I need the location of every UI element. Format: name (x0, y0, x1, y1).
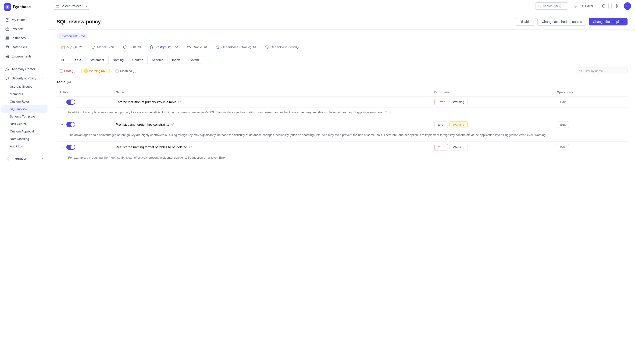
sidebar-subitem-data-masking[interactable]: Data Masking (2, 135, 48, 142)
sidebar-subitem-custom-roles[interactable]: Custom Roles (2, 98, 48, 105)
rule-1-warning-btn[interactable]: Warning (450, 99, 468, 105)
change-resources-button[interactable]: Change attached resources (537, 18, 586, 26)
svg-rect-6 (6, 38, 9, 38)
integration-expand-icon: ▸ (42, 157, 44, 160)
rule-3-ext-link[interactable] (189, 146, 192, 148)
table-row: Prohibit using foreign key constraints E… (56, 119, 628, 130)
rule-1-ext-link[interactable] (178, 101, 181, 103)
sidebar-subitem-members[interactable]: Members (2, 90, 48, 98)
error-checkbox[interactable] (60, 70, 63, 73)
svg-rect-4 (6, 28, 9, 30)
cat-tab-schema[interactable]: Schema (148, 56, 168, 64)
rule-2-ext-link[interactable] (171, 123, 174, 126)
databases-icon (5, 45, 9, 49)
rule-2-error-btn[interactable]: Error (434, 122, 448, 128)
tidb-count: 49 (138, 46, 141, 49)
cat-tab-statement[interactable]: Statement (86, 56, 109, 64)
sidebar-item-instances[interactable]: Instances (2, 34, 48, 42)
warning-checkbox[interactable] (84, 70, 88, 73)
svg-line-16 (7, 159, 8, 159)
cat-tab-index[interactable]: Index (168, 56, 184, 64)
sidebar-item-projects[interactable]: Projects (2, 24, 48, 34)
rule-2-toggle[interactable] (66, 122, 75, 127)
disabled-checkbox[interactable] (116, 70, 119, 73)
rule-2-warning-btn[interactable]: Warning (450, 122, 468, 128)
rule-2-name-cell: Prohibit using foreign key constraints (113, 119, 432, 130)
rule-1-toggle[interactable] (66, 100, 75, 105)
cat-tab-column[interactable]: Column (128, 56, 148, 64)
rule-1-name: Enforce inclusion of primary key in a ta… (116, 100, 176, 104)
svg-point-29 (216, 46, 220, 49)
sidebar-subitem-users-groups[interactable]: Users & Groups (2, 83, 48, 90)
db-tab-mysql[interactable]: MySQL 73 (56, 42, 87, 52)
rule-1-description: In addition to carry business meaning, p… (56, 108, 628, 119)
rule-3-error-btn[interactable]: Error (434, 144, 448, 150)
nav-divider (0, 62, 49, 63)
cat-tab-system[interactable]: System (184, 56, 203, 64)
svg-rect-5 (6, 37, 9, 38)
cat-tab-table[interactable]: Table (69, 56, 86, 64)
sidebar-item-security-policy[interactable]: Security & Policy ▾ (2, 74, 48, 83)
history-btn[interactable] (599, 2, 608, 9)
sidebar-item-environments[interactable]: Environments (2, 52, 48, 61)
oceanbase-mysql-label: OceanBase (MySQL) (270, 45, 302, 49)
mariadb-count: 52 (111, 46, 114, 49)
sidebar-item-integration[interactable]: Integration ▸ (2, 154, 48, 163)
db-tab-postgresql[interactable]: PostgreSQL 46 (145, 42, 182, 52)
svg-point-19 (539, 5, 541, 7)
avatar[interactable]: AD (624, 2, 631, 10)
settings-btn[interactable] (612, 2, 621, 9)
sidebar-subitem-custom-approval[interactable]: Custom Approval (2, 128, 48, 135)
rule-3-warning-btn[interactable]: Warning (450, 144, 468, 150)
search-box[interactable]: Search ⌘K (535, 2, 568, 10)
filter-error[interactable]: Error (9) (56, 68, 78, 74)
svg-rect-7 (6, 39, 9, 40)
rule-1-edit-btn[interactable]: Edit (557, 99, 569, 105)
rule-1-ops-cell: Edit (554, 96, 628, 108)
col-header-error-level: Error Level (432, 88, 554, 96)
rule-1-expand-btn[interactable] (59, 99, 65, 105)
db-tab-tidb[interactable]: TiDB 49 (119, 42, 145, 52)
oceanbase-mysql-icon (264, 45, 269, 50)
rule-3-expand-btn[interactable] (59, 144, 65, 150)
rule-2-edit-btn[interactable]: Edit (557, 122, 569, 128)
rule-1-error-btn[interactable]: Error (434, 99, 448, 105)
db-tab-oracle[interactable]: Oracle 20 (182, 42, 211, 52)
svg-point-27 (151, 46, 153, 48)
projects-icon (5, 27, 9, 31)
change-template-button[interactable]: Change the template (589, 18, 628, 26)
filter-disabled[interactable]: Disabled (0) (112, 68, 140, 74)
sidebar-item-instances-label: Instances (12, 36, 26, 40)
tidb-icon (123, 45, 128, 50)
rule-2-name: Prohibit using foreign key constraints (116, 123, 169, 126)
sidebar-subitem-audit-log[interactable]: Audit Log (2, 143, 48, 150)
db-tab-oceanbase-oracle[interactable]: OceanBase (Oracle) 18 (211, 42, 260, 52)
oracle-label: Oracle (192, 45, 202, 49)
sidebar-subitem-sql-review[interactable]: SQL Review (2, 105, 48, 112)
disable-button[interactable]: Disable (515, 18, 535, 26)
filter-search-icon (579, 70, 582, 72)
rule-3-toggle[interactable] (66, 144, 75, 150)
rule-1-desc-cell: In addition to carry business meaning, p… (56, 108, 628, 119)
rule-2-expand-btn[interactable] (59, 122, 65, 127)
sidebar-item-my-issues[interactable]: My Issues (2, 16, 48, 24)
project-select[interactable]: Select Project ▾ (53, 2, 90, 10)
svg-point-25 (616, 6, 617, 6)
sidebar-item-databases[interactable]: Databases (2, 43, 48, 52)
rule-3-level-cell: Error Warning (432, 142, 554, 153)
filter-input[interactable]: Filter by name (576, 68, 628, 74)
db-tab-oceanbase-mysql[interactable]: OceanBase (MySQL) (260, 42, 306, 52)
cat-tab-naming[interactable]: Naming (109, 56, 128, 64)
sidebar-item-anomaly-label: Anomaly Center (12, 67, 35, 71)
db-tab-mariadb[interactable]: MariaDB 52 (87, 42, 119, 52)
postgresql-count: 46 (174, 46, 178, 49)
sidebar-subitem-schema-template[interactable]: Schema Template (2, 113, 48, 120)
cat-tab-all[interactable]: All (57, 56, 69, 64)
rule-3-edit-btn[interactable]: Edit (557, 144, 569, 150)
postgresql-icon (149, 45, 154, 50)
sidebar-subitem-risk-center[interactable]: Risk Center (2, 120, 48, 128)
sidebar-item-anomaly-center[interactable]: Anomaly Center (2, 65, 48, 74)
sql-editor-btn[interactable]: SQL Editor (571, 2, 596, 9)
svg-rect-21 (574, 5, 577, 6)
filter-warning[interactable]: Warning (37) (81, 68, 110, 74)
